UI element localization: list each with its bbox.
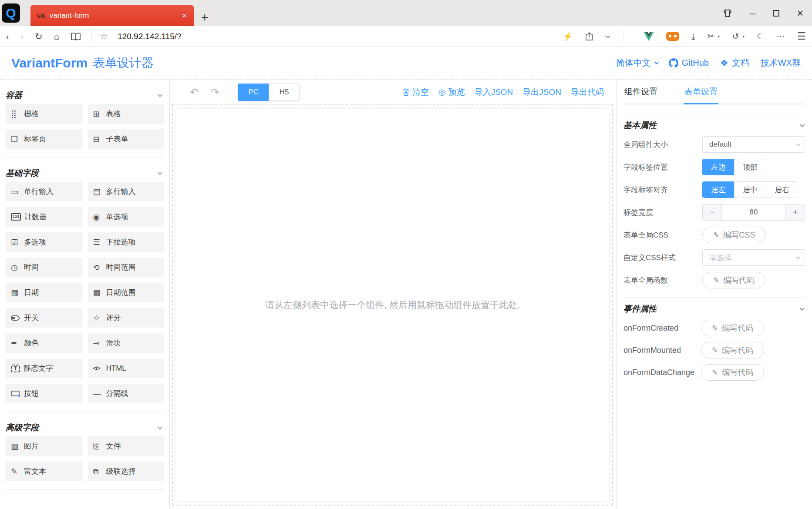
widget-select[interactable]: ☰下拉选项 [88,232,164,252]
label-position-top[interactable]: 顶部 [734,159,766,175]
widget-date[interactable]: ▦日期 [6,283,82,302]
reading-mode-icon[interactable] [71,32,81,41]
widget-html[interactable]: </>HTML [88,358,164,378]
widget-textarea[interactable]: ▤多行输入 [88,182,164,201]
window-close-button[interactable]: × [797,8,803,19]
app-header: VariantForm 表单设计器 简体中文 GitHub ❖文档 技术WX群 [0,47,812,80]
label-align-label: 字段标签对齐 [623,185,702,195]
widget-picture-upload[interactable]: ▧图片 [6,436,82,456]
export-code-button[interactable]: 导出代码 [571,87,604,98]
divider [6,412,164,412]
global-func-label: 表单全局函数 [623,275,702,285]
mode-pc[interactable]: PC [238,84,269,101]
widget-time-range[interactable]: ⟲时间范围 [88,258,164,277]
widget-button[interactable]: ➤按钮 [6,384,82,403]
back-icon[interactable]: ‹ [6,32,9,41]
bookmark-star-icon[interactable]: ☆ [100,31,108,42]
wx-group-link[interactable]: 技术WX群 [761,57,801,69]
widget-input[interactable]: ▭单行输入 [6,182,82,201]
edit-onFormCreated-button[interactable]: ✎ 编写代码 [701,320,764,336]
tab-close-icon[interactable]: × [181,11,188,20]
decrease-button[interactable]: − [703,204,722,220]
widget-grid[interactable]: ⣿栅格 [6,104,82,124]
language-switch[interactable]: 简体中文 [616,57,657,69]
widget-divider[interactable]: —分隔线 [88,384,164,403]
widget-sub-form[interactable]: ⊟子表单 [88,129,164,149]
widget-number[interactable]: 123计数器 [6,207,82,227]
night-mode-icon[interactable]: ☾ [757,32,764,40]
caret-down-icon[interactable]: ▾ [742,34,745,39]
widget-color[interactable]: ✒颜色 [6,333,82,353]
edit-onFormDataChange-button[interactable]: ✎ 编写代码 [701,364,764,381]
flash-block-icon[interactable]: ⚡ [563,32,573,40]
share-icon[interactable] [585,32,593,41]
maximize-button[interactable] [773,10,779,17]
forward-icon[interactable]: › [20,32,24,41]
tab-form-settings[interactable]: 表单设置 [684,80,718,104]
game-extension-icon[interactable] [666,32,679,41]
menu-icon[interactable]: ☰ [797,31,806,41]
edit-css-button[interactable]: ✎ 编写CSS [702,227,766,243]
widget-file-upload[interactable]: ⎘文件 [88,436,164,456]
basic-props-header[interactable]: 基本属性 [623,114,805,136]
chevron-down-icon[interactable] [606,33,610,38]
home-icon[interactable]: ⌂ [54,32,60,41]
browser-tab[interactable]: VA variant-form × [30,5,194,26]
widget-cascader[interactable]: ⧉级联选择 [88,462,164,481]
label-width-value[interactable]: 80 [722,204,785,220]
edit-global-func-button[interactable]: ✎ 编写代码 [702,272,765,288]
skin-theme-icon[interactable] [723,9,732,17]
widget-checkbox[interactable]: ☑多选项 [6,232,82,252]
widget-switch[interactable]: 开关 [6,308,82,328]
url-field[interactable]: 120.92.142.115/? [118,32,182,41]
more-icon[interactable]: ⋯ [776,32,785,40]
edit-onFormMounted-button[interactable]: ✎ 编写代码 [701,342,764,358]
widget-radio[interactable]: ◉单选项 [88,207,164,227]
label-align-right[interactable]: 居右 [766,181,798,198]
screenshot-scissors-icon[interactable]: ✂ [707,32,714,40]
mode-h5[interactable]: H5 [269,84,300,101]
clear-button[interactable]: 清空 [402,87,429,98]
widget-slider[interactable]: ⊸滑块 [88,333,164,353]
form-canvas[interactable]: 请从左侧列表中选择一个组件, 然后用鼠标拖动组件放置于此处. [176,109,609,501]
global-size-select[interactable]: default [702,136,805,153]
browser-logo[interactable]: Q [2,3,20,23]
history-undo-icon[interactable]: ↺ [732,32,739,40]
widget-time[interactable]: ◷时间 [6,258,82,277]
undo-icon[interactable]: ↶ [190,87,199,97]
event-props-header[interactable]: 事件属性 [623,298,805,320]
label-position-left[interactable]: 左边 [702,159,735,175]
widget-table[interactable]: ⊞表格 [88,104,164,124]
tab-widget-settings[interactable]: 组件设置 [623,80,658,104]
tab-title: variant-form [50,11,181,20]
vue-extension-icon[interactable] [644,32,654,41]
export-json-button[interactable]: 导出JSON [522,87,561,98]
minimize-button[interactable]: – [750,8,755,18]
slider-icon: ⊸ [93,339,106,347]
widget-tab-page[interactable]: ❐标签页 [6,129,82,149]
widget-rich-editor[interactable]: ✎富文本 [6,462,82,481]
github-link[interactable]: GitHub [669,58,709,68]
caret-down-icon[interactable]: ▾ [718,34,720,39]
label-align-left[interactable]: 居左 [702,181,735,198]
new-tab-button[interactable]: + [201,11,208,23]
preview-button[interactable]: ◎ 预览 [438,87,465,98]
widget-date-range[interactable]: ▩日期范围 [88,283,164,302]
reload-icon[interactable]: ↻ [35,32,43,41]
label-align-center[interactable]: 居中 [734,181,766,198]
widget-static-text[interactable]: T静态文字 [6,358,82,378]
section-header-basic-fields[interactable]: 基础字段 [6,164,164,182]
section-header-advanced-fields[interactable]: 高级字段 [6,419,164,436]
switch-icon [11,315,20,321]
section-header-containers[interactable]: 容器 [6,87,164,104]
redo-icon[interactable]: ↷ [211,87,219,97]
widget-rate[interactable]: ☆评分 [88,308,164,328]
import-json-button[interactable]: 导入JSON [475,87,513,98]
download-icon[interactable]: ⤓ [691,32,695,40]
increase-button[interactable]: + [785,204,805,220]
designer-toolbar: ↶ ↷ PC H5 清空 ◎ 预览 导入JSON 导出JSON 导出代码 [170,80,616,104]
trash-icon [402,88,410,96]
custom-class-select[interactable]: 请选择 [702,249,805,266]
docs-link[interactable]: ❖文档 [720,57,749,69]
time-range-icon: ⟲ [93,264,106,271]
